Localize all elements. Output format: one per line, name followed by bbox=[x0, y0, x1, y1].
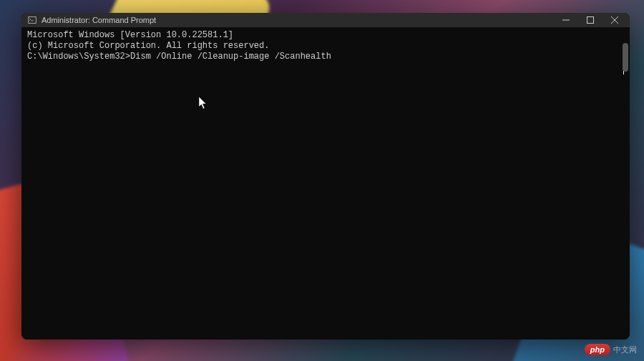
terminal-prompt-line: C:\Windows\System32>Dism /Online /Cleanu… bbox=[27, 52, 624, 62]
watermark: php 中文网 bbox=[585, 344, 637, 355]
title-bar[interactable]: Administrator: Command Prompt bbox=[21, 13, 630, 27]
terminal-output-line: Microsoft Windows [Version 10.0.22581.1] bbox=[27, 30, 624, 41]
watermark-text: 中文网 bbox=[613, 345, 637, 355]
scrollbar[interactable] bbox=[623, 43, 628, 72]
terminal-output-line: (c) Microsoft Corporation. All rights re… bbox=[27, 41, 624, 52]
close-button[interactable] bbox=[602, 13, 627, 27]
window-controls bbox=[554, 13, 627, 27]
cmd-icon bbox=[27, 15, 37, 25]
svg-rect-3 bbox=[587, 17, 594, 24]
watermark-badge: php bbox=[585, 344, 610, 355]
minimize-button[interactable] bbox=[554, 13, 578, 27]
command-prompt-window: Administrator: Command Prompt Microsoft … bbox=[21, 13, 630, 340]
terminal-body[interactable]: Microsoft Windows [Version 10.0.22581.1]… bbox=[21, 27, 630, 340]
svg-rect-0 bbox=[29, 17, 36, 24]
maximize-button[interactable] bbox=[578, 13, 602, 27]
window-title: Administrator: Command Prompt bbox=[42, 16, 554, 24]
